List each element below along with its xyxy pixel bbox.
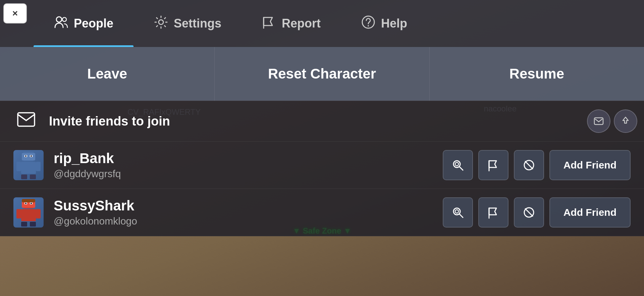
player-item-sussy-shark: SussyShark @gokolonomklogo bbox=[0, 189, 644, 236]
svg-line-24 bbox=[525, 161, 533, 169]
report-button-sussy-shark[interactable] bbox=[478, 197, 508, 228]
svg-point-5 bbox=[368, 25, 369, 27]
action-row: Leave Reset Character Resume bbox=[0, 47, 644, 101]
svg-rect-30 bbox=[31, 203, 32, 204]
envelope-icon bbox=[17, 111, 36, 131]
close-button[interactable]: × bbox=[3, 3, 27, 23]
svg-rect-35 bbox=[21, 222, 27, 227]
svg-rect-18 bbox=[30, 175, 36, 179]
player-actions-sussy-shark: Add Friend bbox=[443, 197, 631, 228]
svg-rect-9 bbox=[22, 153, 35, 160]
svg-rect-33 bbox=[16, 209, 21, 218]
invite-action-btn-1[interactable] bbox=[587, 109, 610, 133]
svg-rect-13 bbox=[31, 155, 32, 157]
invite-section[interactable]: Invite friends to join bbox=[0, 101, 644, 142]
nav-label-people: People bbox=[74, 16, 113, 31]
svg-point-20 bbox=[455, 162, 459, 166]
nav-item-report[interactable]: Report bbox=[241, 0, 341, 47]
player-handle-sussy-shark: @gokolonomklogo bbox=[54, 215, 433, 227]
svg-point-38 bbox=[455, 210, 459, 213]
svg-line-21 bbox=[460, 167, 463, 170]
people-icon bbox=[54, 15, 68, 33]
player-info-sussy-shark: SussyShark @gokolonomklogo bbox=[54, 198, 433, 227]
report-icon bbox=[262, 15, 276, 33]
svg-rect-16 bbox=[36, 162, 41, 171]
avatar-rip-bank bbox=[13, 150, 44, 180]
svg-point-2 bbox=[159, 20, 163, 24]
block-button-rip-bank[interactable] bbox=[514, 150, 544, 180]
player-item-rip-bank: rip_Bank @dgddywgrsfq bbox=[0, 142, 644, 189]
invite-actions bbox=[587, 109, 637, 133]
leave-button[interactable]: Leave bbox=[0, 47, 215, 101]
reset-character-button[interactable]: Reset Character bbox=[215, 47, 429, 101]
svg-line-39 bbox=[460, 214, 463, 217]
invite-action-btn-2[interactable] bbox=[614, 109, 637, 133]
svg-rect-15 bbox=[16, 162, 21, 171]
svg-rect-32 bbox=[21, 209, 36, 221]
block-button-sussy-shark[interactable] bbox=[514, 197, 544, 228]
invite-text: Invite friends to join bbox=[49, 114, 170, 129]
svg-rect-12 bbox=[25, 155, 26, 157]
svg-rect-17 bbox=[21, 175, 27, 179]
player-handle-rip-bank: @dgddywgrsfq bbox=[54, 168, 433, 180]
nav-label-settings: Settings bbox=[174, 16, 221, 31]
nav-item-people[interactable]: People bbox=[34, 0, 133, 47]
svg-point-0 bbox=[56, 17, 62, 22]
svg-rect-34 bbox=[36, 209, 41, 218]
svg-line-42 bbox=[525, 209, 533, 216]
add-friend-button-rip-bank[interactable]: Add Friend bbox=[549, 150, 631, 180]
svg-rect-7 bbox=[594, 118, 603, 125]
help-icon bbox=[361, 15, 376, 33]
add-friend-button-sussy-shark[interactable]: Add Friend bbox=[549, 197, 631, 228]
nav-item-help[interactable]: Help bbox=[341, 0, 427, 47]
nav-label-report: Report bbox=[282, 16, 321, 31]
svg-rect-14 bbox=[21, 162, 36, 174]
nav-label-help: Help bbox=[381, 16, 407, 31]
inspect-button-sussy-shark[interactable] bbox=[443, 197, 473, 228]
svg-rect-36 bbox=[30, 222, 36, 227]
nav-bar: People Settings Report bbox=[0, 0, 644, 47]
player-name-rip-bank: rip_Bank bbox=[54, 151, 433, 166]
ui-overlay: People Settings Report bbox=[0, 0, 644, 296]
svg-rect-29 bbox=[25, 203, 26, 204]
resume-button[interactable]: Resume bbox=[430, 47, 644, 101]
player-info-rip-bank: rip_Bank @dgddywgrsfq bbox=[54, 151, 433, 180]
nav-item-settings[interactable]: Settings bbox=[133, 0, 241, 47]
inspect-button-rip-bank[interactable] bbox=[443, 150, 473, 180]
report-button-rip-bank[interactable] bbox=[478, 150, 508, 180]
settings-icon bbox=[154, 15, 168, 33]
player-name-sussy-shark: SussyShark bbox=[54, 198, 433, 213]
avatar-sussy-shark bbox=[13, 197, 44, 228]
player-actions-rip-bank: Add Friend bbox=[443, 150, 631, 180]
svg-point-1 bbox=[62, 17, 66, 21]
svg-rect-31 bbox=[22, 199, 35, 202]
svg-rect-6 bbox=[18, 113, 35, 126]
